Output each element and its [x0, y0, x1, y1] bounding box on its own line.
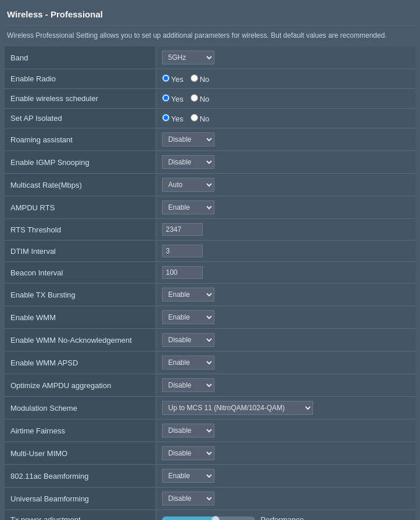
- setting-label: Enable WMM No-Acknowledgement: [5, 329, 156, 352]
- setting-value: EnableDisable: [156, 306, 415, 329]
- setting-select[interactable]: DisableEnable: [162, 492, 214, 505]
- table-row: Multicast Rate(Mbps)Auto125.56911: [5, 174, 415, 196]
- table-row: Enable WMM No-AcknowledgementDisableEnab…: [5, 329, 415, 352]
- setting-value: YesNo: [156, 69, 415, 89]
- setting-select[interactable]: DisableEnable: [162, 446, 214, 460]
- setting-select[interactable]: EnableDisable: [162, 200, 214, 214]
- setting-label: Universal Beamforming: [5, 487, 156, 510]
- setting-value: DisableEnable: [156, 151, 415, 174]
- table-row: Enable WMM APSDEnableDisable: [5, 352, 415, 374]
- radio-label[interactable]: No: [191, 95, 210, 103]
- table-row: RTS Threshold: [5, 219, 415, 241]
- table-row: AMPDU RTSEnableDisable: [5, 196, 415, 219]
- setting-label: 802.11ac Beamforming: [5, 465, 156, 487]
- radio-input[interactable]: [162, 94, 170, 102]
- setting-label: Optimize AMPDU aggregation: [5, 374, 156, 397]
- radio-input[interactable]: [191, 114, 198, 121]
- setting-label: Enable WMM APSD: [5, 352, 156, 374]
- table-row: Set AP IsolatedYesNo: [5, 109, 415, 128]
- setting-value: DisableEnable: [156, 419, 415, 442]
- setting-value: [156, 241, 415, 262]
- slider-thumb[interactable]: [211, 516, 220, 521]
- setting-label: Tx power adjustment: [5, 510, 156, 521]
- setting-value: DisableEnable: [156, 128, 415, 151]
- setting-select[interactable]: DisableEnable: [162, 155, 214, 169]
- table-row: Multi-User MIMODisableEnable: [5, 442, 415, 465]
- slider-container: Performance: [162, 515, 410, 520]
- table-row: Enable RadioYesNo: [5, 69, 415, 89]
- setting-select[interactable]: DisableEnable: [162, 424, 214, 437]
- setting-value: [156, 219, 415, 241]
- setting-select[interactable]: EnableDisable: [162, 288, 214, 302]
- setting-label: AMPDU RTS: [5, 196, 156, 219]
- setting-select[interactable]: EnableDisable: [162, 310, 214, 324]
- radio-label[interactable]: Yes: [162, 95, 184, 103]
- table-row: 802.11ac BeamformingEnableDisable: [5, 465, 415, 487]
- setting-value: EnableDisable: [156, 196, 415, 219]
- setting-label: Set AP Isolated: [5, 109, 156, 128]
- setting-value: Performance: [156, 510, 415, 521]
- setting-label: Beacon Interval: [5, 262, 156, 284]
- setting-select[interactable]: EnableDisable: [162, 356, 214, 370]
- text-input[interactable]: [162, 223, 203, 236]
- table-row: DTIM Interval: [5, 241, 415, 262]
- table-row: Band5GHz2.4GHz: [5, 46, 415, 69]
- text-input[interactable]: [162, 245, 203, 257]
- setting-select-wide[interactable]: Up to MCS 11 (NitroQAM/1024-QAM)Up to MC…: [162, 401, 313, 415]
- table-row: Enable TX BurstingEnableDisable: [5, 284, 415, 306]
- setting-label: Enable wireless scheduler: [5, 89, 156, 109]
- radio-input[interactable]: [191, 94, 198, 102]
- setting-value: EnableDisable: [156, 465, 415, 487]
- slider-track[interactable]: [162, 517, 255, 521]
- setting-label: Modulation Scheme: [5, 397, 156, 419]
- setting-label: Enable Radio: [5, 69, 156, 89]
- radio-label[interactable]: Yes: [162, 114, 184, 123]
- setting-value: EnableDisable: [156, 352, 415, 374]
- table-row: Modulation SchemeUp to MCS 11 (NitroQAM/…: [5, 397, 415, 419]
- table-row: Enable wireless schedulerYesNo: [5, 89, 415, 109]
- setting-select[interactable]: Auto125.56911: [162, 178, 214, 192]
- setting-label: Band: [5, 46, 156, 69]
- settings-table: Band5GHz2.4GHzEnable RadioYesNoEnable wi…: [5, 46, 415, 520]
- table-row: Roaming assistantDisableEnable: [5, 128, 415, 151]
- table-row: Airtime FairnessDisableEnable: [5, 419, 415, 442]
- setting-value: DisableEnable: [156, 442, 415, 465]
- setting-value: [156, 262, 415, 284]
- page-description: Wireless Professional Setting allows you…: [5, 31, 415, 40]
- text-input[interactable]: [162, 266, 203, 279]
- setting-value: YesNo: [156, 89, 415, 109]
- setting-label: Multicast Rate(Mbps): [5, 174, 156, 196]
- table-row: Beacon Interval: [5, 262, 415, 284]
- setting-label: Multi-User MIMO: [5, 442, 156, 465]
- table-row: Optimize AMPDU aggregationDisableEnable: [5, 374, 415, 397]
- setting-value: Up to MCS 11 (NitroQAM/1024-QAM)Up to MC…: [156, 397, 415, 419]
- setting-select[interactable]: DisableEnable: [162, 132, 214, 146]
- table-row: Tx power adjustmentPerformance: [5, 510, 415, 521]
- setting-value: EnableDisable: [156, 284, 415, 306]
- table-row: Universal BeamformingDisableEnable: [5, 487, 415, 510]
- radio-label[interactable]: Yes: [162, 75, 184, 84]
- radio-input[interactable]: [162, 114, 170, 121]
- table-row: Enable WMMEnableDisable: [5, 306, 415, 329]
- setting-value: 5GHz2.4GHz: [156, 46, 415, 69]
- radio-label[interactable]: No: [191, 75, 210, 84]
- radio-label[interactable]: No: [191, 114, 210, 123]
- setting-value: DisableEnable: [156, 487, 415, 510]
- setting-value: DisableEnable: [156, 329, 415, 352]
- setting-select[interactable]: EnableDisable: [162, 469, 214, 483]
- setting-label: Enable WMM: [5, 306, 156, 329]
- page-container: Wireless - Professional Wireless Profess…: [0, 0, 420, 520]
- setting-select[interactable]: DisableEnable: [162, 333, 214, 347]
- setting-select[interactable]: 5GHz2.4GHz: [162, 51, 214, 64]
- setting-label: RTS Threshold: [5, 219, 156, 241]
- radio-input[interactable]: [191, 74, 198, 82]
- setting-label: Enable TX Bursting: [5, 284, 156, 306]
- setting-label: Airtime Fairness: [5, 419, 156, 442]
- setting-value: YesNo: [156, 109, 415, 128]
- setting-select[interactable]: DisableEnable: [162, 378, 214, 392]
- radio-input[interactable]: [162, 74, 170, 82]
- slider-value-label: Performance: [261, 515, 304, 520]
- page-title: Wireless - Professional: [5, 5, 415, 26]
- table-row: Enable IGMP SnoopingDisableEnable: [5, 151, 415, 174]
- setting-label: DTIM Interval: [5, 241, 156, 262]
